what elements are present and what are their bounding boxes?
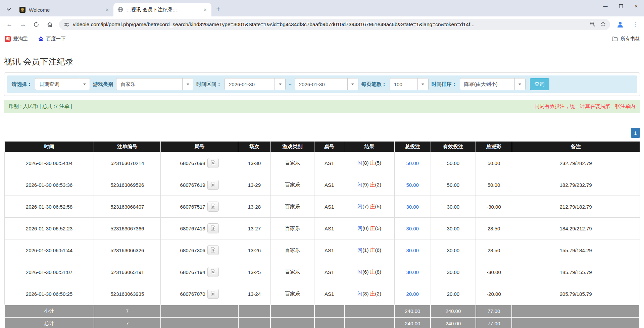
film-icon <box>210 160 216 166</box>
total-bet: 30.00 <box>394 196 431 218</box>
result: 闲(8) 庄(5) <box>344 152 395 174</box>
table-number: AS1 <box>314 174 344 196</box>
tab-title: Welcome <box>29 7 101 13</box>
valid-bet: 20.00 <box>431 283 476 305</box>
bookmark-baidu[interactable]: 百度一下 <box>37 34 66 43</box>
total-bet-link[interactable]: 30.00 <box>406 226 419 231</box>
all-bookmarks-button[interactable]: 所有书签 <box>612 36 640 42</box>
footer-valid-bet: 240.00 <box>431 305 476 317</box>
search-button[interactable]: 查询 <box>530 78 549 90</box>
game-type-select[interactable]: 百家乐 <box>116 78 193 90</box>
home-button[interactable] <box>44 19 55 30</box>
back-button[interactable]: ← <box>4 19 15 30</box>
tab-title: :::视讯 会员下注纪录::: <box>127 7 199 13</box>
round-number: 680767194 <box>161 261 238 283</box>
globe-favicon-icon <box>117 7 123 13</box>
tab-search-button[interactable] <box>4 4 13 14</box>
pagination-page-1[interactable]: 1 <box>631 128 640 138</box>
round-number: 680767306 <box>161 239 238 261</box>
chevron-down-icon[interactable] <box>182 78 193 90</box>
zoom-out-icon[interactable] <box>590 21 595 28</box>
per-page-select[interactable]: 100 <box>390 78 429 90</box>
total-bet: 30.00 <box>394 239 431 261</box>
site-settings-icon[interactable] <box>64 22 69 28</box>
result: 闲(9) 庄(2) <box>344 174 395 196</box>
bookmark-label: 百度一下 <box>46 36 66 42</box>
total-bet: 50.00 <box>394 174 431 196</box>
total-bet-link[interactable]: 30.00 <box>406 248 419 253</box>
payout: -20.00 <box>476 283 512 305</box>
chevron-down-icon[interactable] <box>275 78 285 90</box>
film-icon <box>210 269 216 275</box>
close-button[interactable]: ✕ <box>629 0 644 12</box>
video-replay-button[interactable] <box>207 267 219 277</box>
bookmark-label: 爱淘宝 <box>13 36 28 42</box>
video-replay-button[interactable] <box>207 223 219 233</box>
chevron-down-icon[interactable] <box>347 78 358 90</box>
summary-bar: 币别 : 人民币 | 总共 :7 注单 | 同局有效投注，统一计算在该局第一张注… <box>4 100 640 113</box>
page-title: 视讯 会员下注纪录 <box>4 56 640 67</box>
payout: -30.00 <box>476 196 512 218</box>
maximize-icon <box>619 4 623 8</box>
video-replay-button[interactable] <box>207 289 219 299</box>
new-tab-button[interactable]: + <box>213 4 223 14</box>
payout: 50.00 <box>476 174 512 196</box>
chevron-down-icon[interactable] <box>417 78 428 90</box>
bookmark-taobao[interactable]: 淘 爱淘宝 <box>4 34 29 43</box>
date-to-select[interactable]: 2026-01-30 <box>295 78 358 90</box>
chevron-down-icon[interactable] <box>514 78 525 90</box>
total-bet-link[interactable]: 30.00 <box>406 269 419 275</box>
session: 13-27 <box>238 218 271 239</box>
bet-row: 2026-01-30 06:51:07523163065191680767194… <box>4 261 640 283</box>
video-replay-button[interactable] <box>207 202 219 212</box>
video-replay-button[interactable] <box>207 180 219 190</box>
chevron-down-icon[interactable] <box>79 78 90 90</box>
game-type: 百家乐 <box>270 239 314 261</box>
game-type: 百家乐 <box>270 174 314 196</box>
browser-toolbar: ← → videoie.com/ipl/portal.php/game/betr… <box>0 16 644 33</box>
note: 185.79/155.79 <box>512 261 640 283</box>
payout: 28.50 <box>476 239 512 261</box>
maximize-button[interactable] <box>613 0 629 12</box>
bet-id: 523163070214 <box>94 152 161 174</box>
url-bar[interactable]: videoie.com/ipl/portal.php/game/betrecor… <box>59 19 610 30</box>
result: 闲(0) 庄(5) <box>344 218 395 239</box>
table-number: AS1 <box>314 239 344 261</box>
bet-time: 2026-01-30 06:54:04 <box>4 152 94 174</box>
video-replay-button[interactable] <box>207 158 219 168</box>
round-number: 680767619 <box>161 174 238 196</box>
browser-menu-icon[interactable]: ⋮ <box>630 21 640 28</box>
query-type-select[interactable]: 日期查询 <box>35 78 90 90</box>
filter-panel: 请选择： 日期查询 游戏类别 百家乐 时间区间： 2026-01-30 ~ 20… <box>4 72 640 96</box>
total-bet: 30.00 <box>394 261 431 283</box>
total-bet: 20.00 <box>394 283 431 305</box>
bookmark-star-icon[interactable] <box>600 21 606 28</box>
bet-id: 523163068407 <box>94 196 161 218</box>
tab-bet-record[interactable]: :::视讯 会员下注纪录::: ✕ <box>113 3 211 16</box>
date-from-select[interactable]: 2026-01-30 <box>225 78 286 90</box>
tab-close-icon[interactable]: ✕ <box>104 7 110 13</box>
profile-avatar[interactable] <box>615 19 626 30</box>
chevron-down-icon <box>7 6 11 12</box>
total-bet-link[interactable]: 30.00 <box>406 204 419 210</box>
select-type-label: 请选择： <box>12 81 32 88</box>
total-bet-link[interactable]: 20.00 <box>406 291 419 297</box>
minimize-button[interactable]: — <box>598 0 613 12</box>
time-sort-select[interactable]: 降幂(由大到小) <box>460 78 526 90</box>
tab-welcome[interactable]: Welcome ✕ <box>15 3 113 16</box>
tab-close-icon[interactable]: ✕ <box>202 7 208 13</box>
film-icon <box>210 225 216 232</box>
round-number: 680767070 <box>161 283 238 305</box>
table-header-row: 时间注单编号局号场次游戏类别桌号结果总投注有效投注总派彩备注 <box>4 142 640 152</box>
per-page-label: 每页笔数： <box>361 81 387 88</box>
reload-button[interactable] <box>31 19 42 30</box>
forward-button[interactable]: → <box>17 19 28 30</box>
total-bet-link[interactable]: 50.00 <box>406 182 419 188</box>
session: 13-26 <box>238 239 271 261</box>
video-replay-button[interactable] <box>207 245 219 255</box>
note: 232.79/282.79 <box>512 152 640 174</box>
total-bet-link[interactable]: 50.00 <box>406 160 419 166</box>
footer-label: 小计 <box>4 305 94 317</box>
game-type: 百家乐 <box>270 283 314 305</box>
column-header: 桌号 <box>314 142 344 152</box>
